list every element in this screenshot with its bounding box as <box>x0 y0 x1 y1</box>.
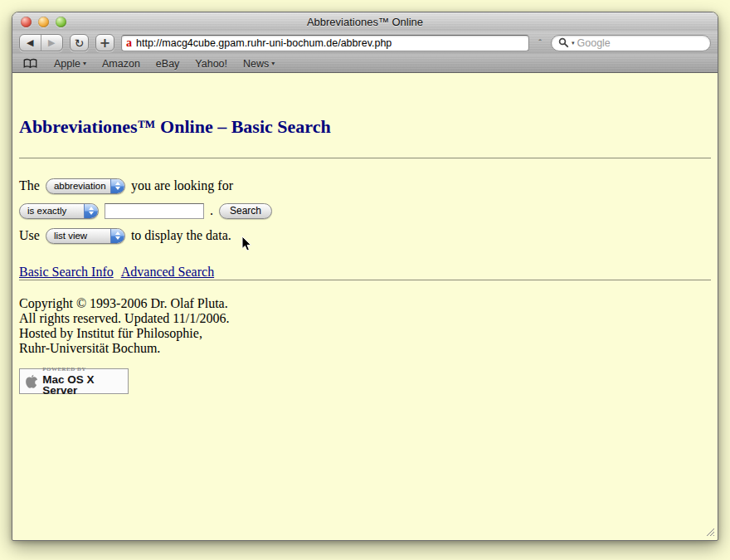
period-text: . <box>210 203 213 218</box>
minimize-button[interactable] <box>38 17 49 27</box>
bookmark-news[interactable]: News▾ <box>243 58 275 70</box>
powered-by-label: POWERED BY <box>42 367 128 373</box>
copyright-block: Copyright © 1993-2006 Dr. Olaf Pluta. Al… <box>19 296 711 356</box>
reload-button[interactable]: ↻ <box>70 34 89 51</box>
bookmark-apple[interactable]: Apple▾ <box>54 58 86 70</box>
view-select-value: list view <box>54 231 109 241</box>
basic-search-info-link[interactable]: Basic Search Info <box>19 265 114 280</box>
chevron-down-icon: ▾ <box>271 60 275 67</box>
address-bar[interactable]: a http://macg4cube.gpam.ruhr-uni-bochum.… <box>121 35 529 51</box>
add-bookmark-button[interactable]: + <box>95 34 114 51</box>
copyright-line: Ruhr-Universität Bochum. <box>19 341 711 356</box>
copyright-line: All rights reserved. Updated 11/1/2006. <box>19 311 711 326</box>
label-looking-for: you are looking for <box>131 178 233 193</box>
label-display-data: to display the data. <box>131 228 231 243</box>
page-title: Abbreviationes™ Online – Basic Search <box>19 116 711 138</box>
select-arrows-icon <box>84 204 98 218</box>
bookmark-label: Amazon <box>102 58 140 70</box>
form-row-field: The abbreviation you are looking for <box>19 178 711 194</box>
label-use: Use <box>19 228 40 243</box>
field-select[interactable]: abbreviation <box>46 178 125 194</box>
url-text: http://macg4cube.gpam.ruhr-uni-bochum.de… <box>136 37 392 49</box>
window-controls <box>21 17 66 27</box>
window-title: Abbreviationes™ Online <box>307 16 423 28</box>
autofill-caret-icon[interactable]: ˆ <box>536 38 544 48</box>
browser-toolbar: ◀ ▶ ↻ + a http://macg4cube.gpam.ruhr-uni… <box>12 32 718 55</box>
back-button[interactable]: ◀ <box>20 35 41 51</box>
browser-window: Abbreviationes™ Online ◀ ▶ ↻ + a http://… <box>12 12 718 541</box>
view-select[interactable]: list view <box>46 228 125 244</box>
page-content: Abbreviationes™ Online – Basic Search Th… <box>12 73 718 539</box>
field-select-value: abbreviation <box>54 181 109 191</box>
nav-buttons: ◀ ▶ <box>19 34 63 51</box>
mouse-cursor <box>241 236 253 252</box>
bookmark-amazon[interactable]: Amazon <box>102 58 140 70</box>
forward-button[interactable]: ▶ <box>41 35 63 51</box>
select-arrows-icon <box>110 229 124 243</box>
back-icon: ◀ <box>27 37 33 48</box>
label-the: The <box>19 178 40 193</box>
apple-logo-icon <box>25 373 38 390</box>
chevron-down-icon: ▾ <box>83 60 86 67</box>
bookmarks-book-icon[interactable] <box>22 58 38 69</box>
bookmark-label: Yahoo! <box>195 58 227 70</box>
form-row-query: is exactly . Search <box>19 202 711 219</box>
bookmark-ebay[interactable]: eBay <box>156 58 180 70</box>
bookmark-label: Apple <box>54 58 80 70</box>
links-row: Basic Search Info Advanced Search <box>19 265 711 280</box>
product-label: Mac OS X Server <box>42 374 128 397</box>
divider <box>19 158 711 158</box>
reload-icon: ↻ <box>75 37 85 50</box>
zoom-button[interactable] <box>56 17 66 27</box>
bookmark-label: News <box>243 58 269 70</box>
close-button[interactable] <box>21 17 32 27</box>
bookmarks-bar: Apple▾ Amazon eBay Yahoo! News▾ <box>12 55 718 73</box>
copyright-line: Copyright © 1993-2006 Dr. Olaf Pluta. <box>19 296 711 311</box>
operator-select[interactable]: is exactly <box>19 203 99 219</box>
search-term-input[interactable] <box>105 203 204 219</box>
form-row-view: Use list view to display the data. <box>19 227 711 244</box>
copyright-line: Hosted by Institut für Philosophie, <box>19 326 711 341</box>
forward-icon: ▶ <box>48 37 55 48</box>
search-button[interactable]: Search <box>219 203 272 219</box>
google-search-input[interactable] <box>577 37 703 49</box>
title-bar[interactable]: Abbreviationes™ Online <box>12 12 718 32</box>
bookmark-yahoo[interactable]: Yahoo! <box>195 58 227 70</box>
search-icon <box>558 37 569 48</box>
select-arrows-icon <box>110 179 124 193</box>
advanced-search-link[interactable]: Advanced Search <box>121 265 214 280</box>
search-menu-arrow-icon[interactable]: ▾ <box>572 40 575 46</box>
resize-grip[interactable] <box>703 525 715 537</box>
divider <box>19 280 711 280</box>
bookmark-label: eBay <box>156 58 180 70</box>
powered-by-badge[interactable]: POWERED BY Mac OS X Server <box>19 368 129 394</box>
plus-icon: + <box>100 35 110 51</box>
google-search-field[interactable]: ▾ <box>551 35 711 51</box>
operator-select-value: is exactly <box>27 206 82 216</box>
site-favicon: a <box>126 37 132 49</box>
